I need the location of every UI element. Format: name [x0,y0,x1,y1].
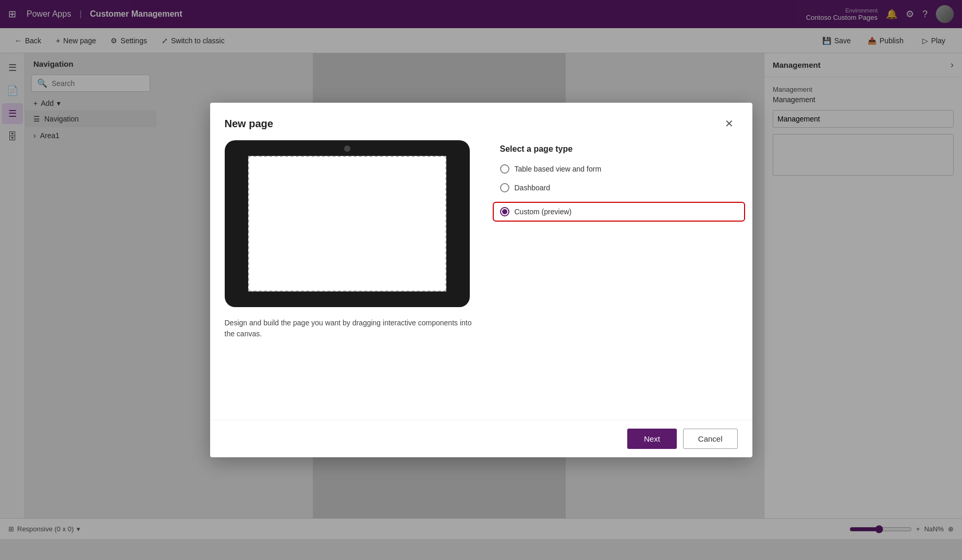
modal-description: Design and build the page you want by dr… [225,318,475,339]
tablet-preview [225,140,470,307]
radio-dashboard-button[interactable] [500,183,509,192]
tablet-notch [344,145,350,152]
modal-title: New page [225,118,273,130]
modal-preview-section: Design and build the page you want by dr… [225,140,475,407]
radio-custom-dot [502,209,507,214]
next-button[interactable]: Next [627,429,677,449]
radio-option-table[interactable]: Table based view and form [500,164,738,174]
radio-option-dashboard[interactable]: Dashboard [500,183,738,192]
radio-custom-button[interactable] [500,207,509,216]
modal-body: Design and build the page you want by dr… [210,140,752,420]
new-page-modal: New page ✕ Design and build the page you… [210,103,752,457]
modal-header: New page ✕ [210,103,752,140]
cancel-button[interactable]: Cancel [683,429,738,449]
radio-dashboard-label: Dashboard [515,184,551,192]
tablet-screen [248,156,446,291]
radio-table-button[interactable] [500,164,509,174]
modal-close-button[interactable]: ✕ [721,115,738,132]
modal-footer: Next Cancel [210,420,752,457]
radio-table-label: Table based view and form [515,165,602,173]
radio-custom-label: Custom (preview) [515,208,572,216]
page-type-heading: Select a page type [500,144,738,154]
radio-option-custom[interactable]: Custom (preview) [493,202,745,222]
modal-backdrop: New page ✕ Design and build the page you… [0,0,962,560]
modal-options-section: Select a page type Table based view and … [500,140,738,407]
